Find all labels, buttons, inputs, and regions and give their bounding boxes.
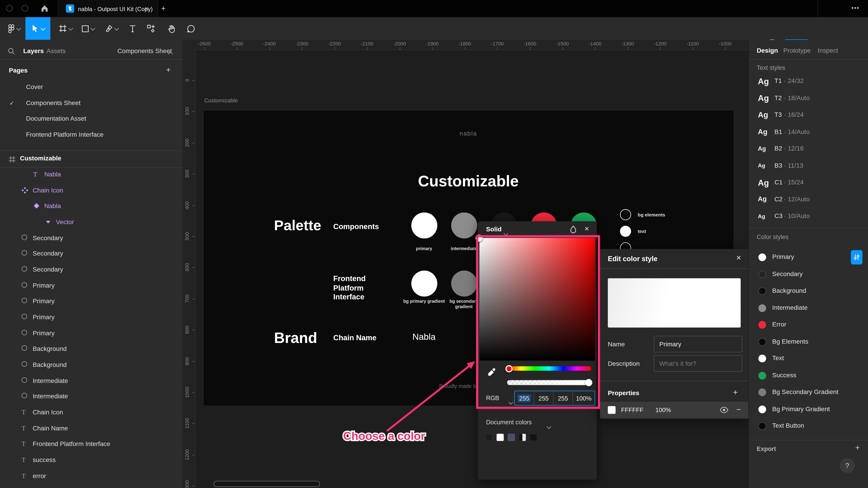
gradient-swatch[interactable]: [451, 270, 477, 296]
alpha-knob[interactable]: [585, 379, 592, 386]
close-icon[interactable]: ×: [585, 224, 589, 233]
red-input[interactable]: 255: [515, 391, 534, 405]
text-style-item[interactable]: Ag T2 · 18/Auto: [749, 90, 868, 106]
palette-swatch[interactable]: [451, 212, 477, 238]
layer-item[interactable]: Intermediate: [0, 389, 183, 404]
search-icon[interactable]: [8, 48, 15, 55]
close-icon[interactable]: ×: [736, 253, 741, 262]
layer-item[interactable]: Chain Icon: [0, 182, 183, 198]
shape-tool-button[interactable]: [78, 17, 98, 40]
document-color[interactable]: [497, 434, 504, 441]
section-row-customizable[interactable]: Customizable: [0, 151, 183, 168]
eye-icon[interactable]: [720, 407, 728, 413]
file-tab[interactable]: nabla - Outpost UI Kit (Copy) ×: [58, 0, 158, 17]
page-item[interactable]: Documentation Asset: [0, 111, 183, 127]
legend-swatch[interactable]: [620, 226, 631, 237]
tab-inspect[interactable]: Inspect: [817, 47, 838, 54]
color-style-item[interactable]: Error: [749, 317, 868, 332]
text-style-item[interactable]: Ag C2 · 12/Auto: [749, 191, 868, 207]
layer-item[interactable]: Background: [0, 341, 183, 357]
text-style-item[interactable]: Ag B3 · 11/13: [749, 158, 868, 173]
blend-droplet-icon[interactable]: [569, 225, 578, 234]
layer-item[interactable]: T Chain Icon: [0, 404, 183, 420]
document-colors-header[interactable]: Document colors: [486, 419, 532, 425]
document-color[interactable]: [519, 434, 526, 441]
eyedropper-icon[interactable]: [487, 367, 497, 377]
frame-label[interactable]: Customizable: [204, 97, 238, 103]
comment-tool-button[interactable]: [183, 17, 199, 40]
tab-prototype[interactable]: Prototype: [783, 47, 811, 54]
pen-tool-button[interactable]: [101, 17, 121, 40]
tab-assets[interactable]: Assets: [46, 48, 66, 54]
layer-item[interactable]: Background: [0, 357, 183, 373]
legend-swatch[interactable]: [620, 209, 631, 220]
color-style-item[interactable]: Bg Secondary Gradient: [749, 384, 868, 400]
layer-item[interactable]: Primary: [0, 293, 183, 310]
layer-item[interactable]: Secondary: [0, 262, 183, 278]
hue-knob[interactable]: [505, 365, 513, 372]
edit-style-button[interactable]: [851, 250, 862, 265]
layer-item[interactable]: Primary: [0, 278, 183, 293]
page-item[interactable]: Frontend Platform Interface: [0, 127, 183, 142]
color-style-item[interactable]: Intermediate: [749, 300, 868, 316]
window-button-icon[interactable]: [22, 5, 28, 11]
layer-item[interactable]: Primary: [0, 325, 183, 341]
resources-tool-button[interactable]: [143, 17, 159, 40]
gradient-swatch[interactable]: [411, 270, 437, 296]
layer-item[interactable]: T Nabla: [0, 166, 183, 183]
tab-layers[interactable]: Layers: [23, 48, 44, 54]
color-style-item[interactable]: Primary: [749, 249, 868, 265]
property-opacity[interactable]: 100%: [655, 407, 671, 413]
layer-item[interactable]: Intermediate: [0, 373, 183, 389]
page-item[interactable]: ✓ Components Sheet: [0, 95, 183, 111]
main-menu-button[interactable]: [4, 17, 23, 40]
remove-property-icon[interactable]: −: [736, 405, 741, 414]
document-color[interactable]: [486, 434, 493, 441]
page-selector[interactable]: Components Sheet: [117, 48, 172, 54]
text-style-item[interactable]: Ag B2 · 12/16: [749, 140, 868, 157]
fill-mode-selector[interactable]: Solid: [486, 226, 502, 232]
hand-tool-button[interactable]: [163, 17, 180, 40]
color-style-item[interactable]: Bg Primary Gradient: [749, 401, 868, 417]
move-tool-button[interactable]: [26, 17, 51, 40]
add-page-button[interactable]: +: [166, 65, 170, 74]
page-item[interactable]: Cover: [0, 79, 183, 95]
color-style-item[interactable]: Bg Elements: [749, 333, 868, 350]
description-input[interactable]: [654, 355, 742, 372]
text-style-item[interactable]: Ag T3 · 16/24: [749, 107, 868, 123]
layer-item[interactable]: T error: [0, 468, 183, 484]
text-style-item[interactable]: Ag T1 · 24/32: [749, 73, 868, 89]
color-style-item[interactable]: Text Button: [749, 418, 868, 434]
text-tool-button[interactable]: [125, 17, 140, 40]
hue-slider[interactable]: [507, 366, 591, 371]
color-style-item[interactable]: Background: [749, 283, 868, 299]
text-style-item[interactable]: Ag C1 · 15/24: [749, 174, 868, 190]
layer-item[interactable]: T Frontend Platform Interface: [0, 436, 183, 452]
canvas[interactable]: -2600-2500-2400-2300-2200-2100-2000-1900…: [183, 40, 748, 488]
blue-input[interactable]: 255: [554, 391, 573, 405]
layer-item[interactable]: T Chain Name: [0, 420, 183, 436]
add-export-button[interactable]: +: [855, 443, 860, 452]
property-row[interactable]: FFFFFF 100% −: [600, 402, 748, 418]
alpha-input[interactable]: 100%: [573, 391, 595, 405]
browser-menu-icon[interactable]: •••: [851, 4, 860, 11]
text-style-item[interactable]: Ag B1 · 14/Auto: [749, 124, 868, 140]
layer-item[interactable]: Secondary: [0, 246, 183, 262]
green-input[interactable]: 255: [534, 391, 554, 405]
layer-item[interactable]: T success: [0, 452, 183, 468]
saturation-knob[interactable]: [475, 234, 483, 242]
new-tab-button[interactable]: +: [161, 4, 166, 13]
palette-swatch[interactable]: [411, 212, 437, 238]
property-hex[interactable]: FFFFFF: [621, 407, 644, 413]
help-button[interactable]: ?: [840, 458, 855, 473]
saturation-area[interactable]: [479, 238, 595, 361]
color-style-item[interactable]: Secondary: [749, 266, 868, 282]
tab-close-icon[interactable]: ×: [145, 4, 149, 13]
layer-item[interactable]: Primary: [0, 309, 183, 325]
color-mode-selector[interactable]: RGB: [486, 394, 499, 401]
color-style-item[interactable]: Success: [749, 367, 868, 383]
window-button-icon[interactable]: [6, 5, 13, 11]
alpha-slider[interactable]: [507, 380, 591, 385]
color-style-item[interactable]: Text: [749, 350, 868, 366]
tab-design[interactable]: Design: [757, 47, 778, 54]
